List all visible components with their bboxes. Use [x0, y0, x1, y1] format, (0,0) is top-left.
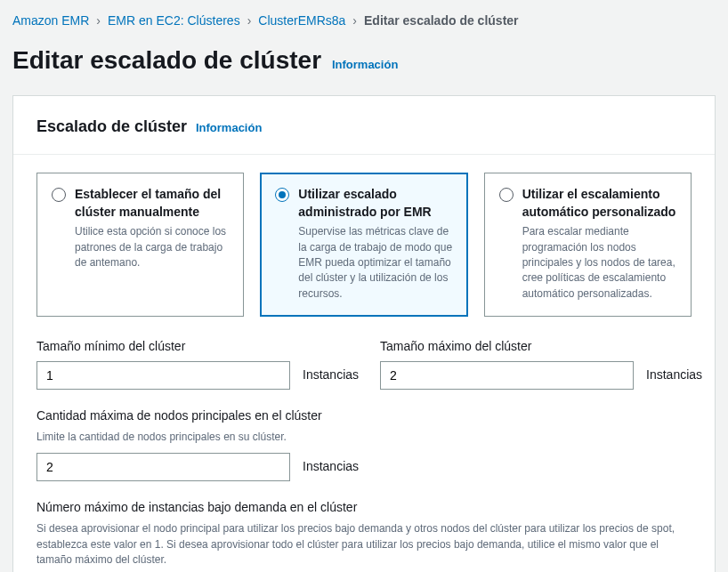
radio-icon: [499, 188, 514, 202]
core-nodes-field: Cantidad máxima de nodos principales en …: [36, 407, 692, 481]
panel-title: Escalado de clúster: [36, 116, 187, 138]
scaling-options: Establecer el tamaño del clúster manualm…: [36, 173, 692, 317]
breadcrumb-link[interactable]: EMR en EC2: Clústeres: [108, 12, 240, 30]
option-title: Utilizar escalado administrado por EMR: [298, 186, 452, 221]
option-title: Utilizar el escalamiento automático pers…: [522, 186, 676, 221]
option-managed[interactable]: Utilizar escalado administrado por EMR S…: [260, 173, 467, 317]
radio-icon: [275, 188, 289, 202]
unit-label: Instancias: [303, 458, 359, 476]
chevron-right-icon: ›: [96, 12, 101, 30]
option-custom[interactable]: Utilizar el escalamiento automático pers…: [484, 173, 692, 317]
divider: [13, 154, 715, 155]
page-title: Editar escalado de clúster: [12, 43, 321, 77]
option-desc: Para escalar mediante programación los n…: [522, 224, 676, 302]
max-size-input[interactable]: [380, 361, 634, 390]
chevron-right-icon: ›: [352, 12, 357, 30]
option-desc: Utilice esta opción si conoce los patron…: [75, 224, 229, 270]
unit-label: Instancias: [303, 367, 359, 384]
radio-icon: [52, 188, 66, 202]
breadcrumb-link[interactable]: ClusterEMRs8a: [258, 12, 345, 30]
min-size-input[interactable]: [36, 361, 290, 390]
option-manual[interactable]: Establecer el tamaño del clúster manualm…: [36, 173, 244, 317]
unit-label: Instancias: [646, 367, 702, 384]
breadcrumb-link[interactable]: Amazon EMR: [12, 12, 89, 30]
info-link[interactable]: Información: [332, 58, 398, 71]
breadcrumb-current: Editar escalado de clúster: [364, 12, 519, 30]
ondemand-field: Número máximo de instancias bajo demanda…: [36, 499, 692, 572]
breadcrumb: Amazon EMR › EMR en EC2: Clústeres › Clu…: [12, 12, 716, 30]
option-desc: Supervise las métricas clave de la carga…: [298, 224, 452, 302]
option-title: Establecer el tamaño del clúster manualm…: [75, 186, 229, 221]
min-size-field: Tamaño mínimo del clúster Instancias: [36, 338, 359, 390]
chevron-right-icon: ›: [247, 12, 252, 30]
field-help: Limite la cantidad de nodos principales …: [36, 430, 692, 445]
field-help: Si desea aprovisionar el nodo principal …: [36, 521, 692, 568]
panel-info-link[interactable]: Información: [196, 121, 262, 134]
scaling-panel: Escalado de clúster Información Establec…: [12, 95, 716, 572]
field-label: Cantidad máxima de nodos principales en …: [36, 407, 692, 425]
field-label: Número máximo de instancias bajo demanda…: [36, 499, 692, 517]
core-nodes-input[interactable]: [36, 453, 290, 481]
max-size-field: Tamaño máximo del clúster Instancias: [380, 338, 702, 390]
field-label: Tamaño mínimo del clúster: [36, 338, 359, 356]
field-label: Tamaño máximo del clúster: [380, 338, 702, 356]
